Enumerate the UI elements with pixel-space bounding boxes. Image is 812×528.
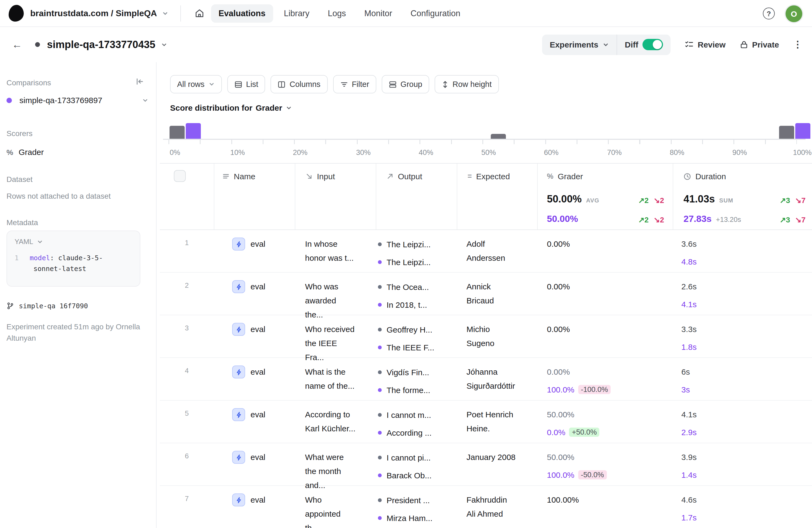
table-row[interactable]: 5 eval According to Karl Küchler... I ca… [160,400,812,443]
bullet-current [378,370,382,374]
bullet-current [378,498,382,502]
cell-output-current: I cannot m... [378,410,449,420]
git-branch-icon [6,302,14,310]
cell-name: eval [250,452,265,461]
column-header-output[interactable]: Output [387,172,422,181]
cell-duration-comparison: 2.9s [681,428,697,437]
cell-duration-comparison: 4.8s [681,257,697,266]
column-header-input[interactable]: Input [306,172,335,181]
comparison-score: 100.0% [547,385,575,394]
cell-output-comparison: In 2018, t... [378,300,449,309]
cell-expected: January 2008 [466,450,516,464]
x-axis-ticks [169,140,797,144]
bullet-comparison [378,303,382,307]
arrow-up-right-icon [387,173,394,180]
score-delta-badge: +50.0% [569,428,599,437]
cell-input: According to Karl Küchler... [305,408,356,436]
back-button[interactable]: ← [12,39,22,50]
collapse-sidebar-icon[interactable] [135,77,144,86]
table-row[interactable]: 1 eval In whose honor was t... The Leipz… [160,230,812,273]
columns-button[interactable]: Columns [271,75,328,93]
column-header-expected[interactable]: = Expected [467,172,510,181]
grader-comparison-counts[interactable]: ↗2 ↘2 [624,216,664,224]
avatar[interactable]: O [785,5,802,22]
group-icon [389,80,397,88]
bullet-current [378,456,382,459]
duration-sum-label: SUM [719,197,733,204]
cell-duration-comparison: 4.1s [681,299,697,309]
overflow-menu-button[interactable]: ⋮ [793,39,802,50]
tab-evaluations[interactable]: Evaluations [211,4,273,23]
lightning-icon [235,496,242,503]
grader-regression-counts[interactable]: ↗2 ↘2 [624,196,664,205]
home-button[interactable] [190,4,209,23]
table-row[interactable]: 2 eval Who was awarded the... The Ocea..… [160,273,812,315]
review-button[interactable]: Review [685,40,726,49]
cell-name: eval [250,282,265,291]
comparison-dot [6,98,12,103]
duration-regression-counts[interactable]: ↗3 ↘7 [765,196,806,205]
private-button[interactable]: Private [740,40,779,49]
score-distribution-dropdown[interactable]: Score distribution for Grader [170,103,292,112]
tab-configuration[interactable]: Configuration [403,4,468,23]
rows-filter-dropdown[interactable]: All rows [170,75,222,93]
table-row[interactable]: 3 eval Who received the IEEE Fra... Geof… [160,315,812,358]
histogram-bar-current-100pct[interactable] [779,126,794,139]
page-title: simple-qa-1733770435 [47,39,155,50]
org-project-switcher[interactable]: braintrustdata.com / SimpleQA [30,9,168,18]
histogram-bar-current-50pct[interactable] [491,134,506,139]
columns-icon [278,80,286,88]
cell-output-current: President ... [378,496,449,505]
table-row[interactable]: 4 eval What is the name of the... Vigdís… [160,358,812,400]
list-view-button[interactable]: List [227,75,265,93]
help-icon[interactable]: ? [763,8,775,19]
bullet-current [378,413,382,417]
cell-expected: Adolf Anderssen [466,237,516,265]
tab-logs[interactable]: Logs [320,4,353,23]
tab-monitor[interactable]: Monitor [357,4,400,23]
bullet-comparison [378,260,382,264]
comparisons-heading: Comparisons [6,78,51,87]
group-button[interactable]: Group [382,75,430,93]
table-row[interactable]: 7 eval Who appointed th... President ...… [160,486,812,528]
clock-icon [683,173,691,180]
arrow-down-right-icon [306,173,313,180]
column-header-grader[interactable]: % Grader [547,172,583,181]
histogram-bar-current-0pct[interactable] [170,126,185,139]
histogram-bar-comparison-0pct[interactable] [186,123,201,139]
duration-comparison-counts[interactable]: ↗3 ↘7 [765,216,806,224]
cell-name: eval [250,324,265,334]
line-number: 1 [15,253,30,274]
row-number: 7 [179,495,194,503]
divider [180,5,180,21]
yaml-format-select[interactable]: YAML [15,237,43,246]
table-toolbar: All rows List Columns Filter Group R [170,75,498,93]
comparison-experiment-select[interactable]: simple-qa-1733769897 [6,96,148,105]
tab-library[interactable]: Library [276,4,317,23]
cell-output-comparison: The forme... [378,385,449,395]
row-number: 3 [179,324,194,332]
bullet-current [378,328,382,332]
diff-toggle[interactable] [643,39,663,50]
select-all-checkbox[interactable] [174,170,186,182]
experiments-dropdown[interactable]: Experiments [542,40,617,49]
cell-grader-score: 100.00% [547,495,579,504]
scorer-item-grader[interactable]: % Grader [6,147,44,157]
chevron-down-icon[interactable] [161,41,167,48]
eval-trace-icon [232,280,245,293]
grader-comparison-summary: 50.00% [547,214,578,224]
duration-comparison-summary: 27.83s +13.20s [683,214,741,224]
braintrust-logo-icon [9,5,24,21]
column-header-name[interactable]: Name [222,172,255,181]
table-body: 1 eval In whose honor was t... The Leipz… [160,230,812,528]
table-row[interactable]: 6 eval What were the month and... I cann… [160,443,812,486]
filter-button[interactable]: Filter [333,75,376,93]
histogram-bar-comparison-100pct[interactable] [795,123,810,139]
git-ref[interactable]: simple-qa 16f7090 [6,302,88,310]
eval-trace-icon [232,323,245,336]
diff-label: Diff [625,40,638,49]
row-height-button[interactable]: Row height [435,75,498,93]
lightning-icon [235,240,242,248]
column-header-duration[interactable]: Duration [683,172,726,181]
row-number: 4 [179,367,194,375]
